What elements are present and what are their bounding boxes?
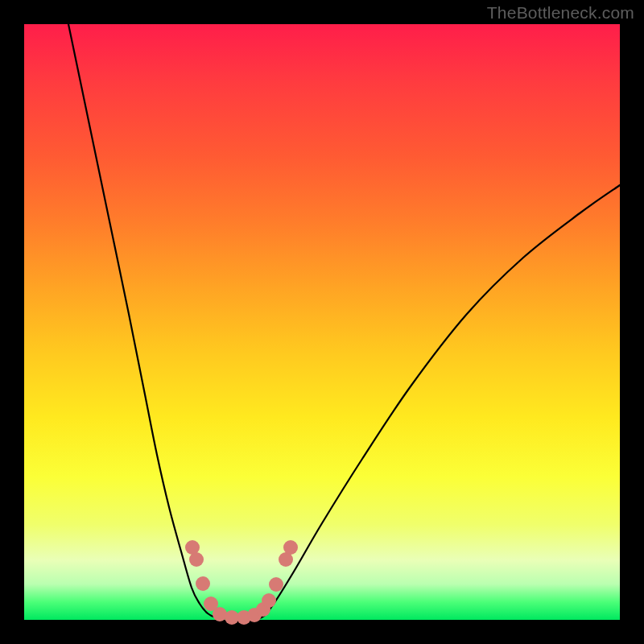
marker-dot	[283, 540, 298, 555]
marker-dot	[196, 576, 210, 591]
curve-layer	[24, 24, 620, 620]
plot-area	[24, 24, 620, 620]
marker-dot	[262, 593, 276, 608]
watermark-text: TheBottleneck.com	[487, 3, 634, 23]
marker-group	[185, 540, 298, 625]
bottleneck-curve	[68, 24, 620, 619]
marker-dot	[189, 552, 204, 567]
outer-frame: TheBottleneck.com	[0, 0, 644, 644]
marker-dot	[269, 577, 283, 592]
